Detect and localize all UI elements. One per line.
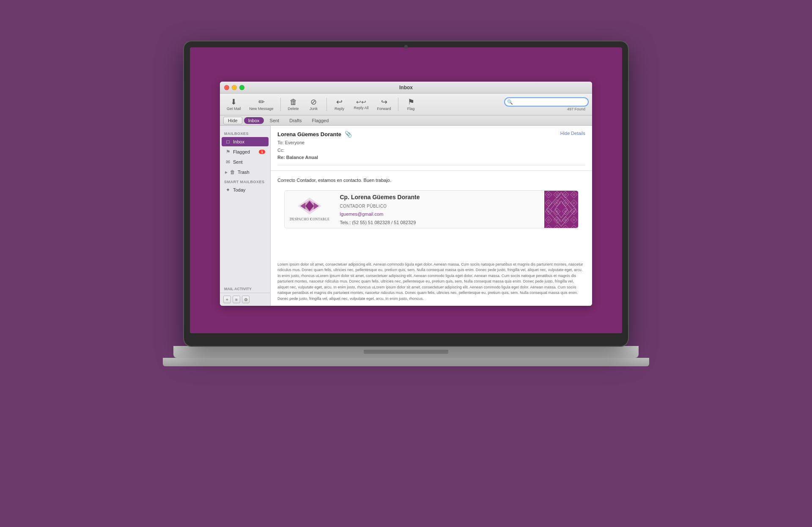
forward-icon: ↪	[381, 98, 387, 106]
sidebar-item-sent[interactable]: ✉ Sent	[222, 157, 269, 167]
minimize-button[interactable]	[232, 85, 237, 90]
sig-logo-area: Despacho Contable	[285, 193, 335, 225]
search-count: 497 Found	[567, 107, 589, 111]
laptop-shell: Inbox ⬇ Get Mail ✏ New Message 🗑	[152, 41, 660, 486]
sig-person-phone: Tels.: (52 55) 51 082328 / 51 082329	[340, 219, 539, 226]
forward-button[interactable]: ↪ Forward	[374, 96, 395, 113]
junk-label: Junk	[310, 107, 318, 111]
toolbar-sep-2	[326, 98, 327, 111]
new-message-label: New Message	[250, 107, 274, 111]
svg-rect-8	[544, 190, 578, 228]
email-to: To: Everyone	[277, 140, 304, 145]
flag-icon: ⚑	[408, 98, 414, 106]
junk-icon: ⊘	[310, 98, 317, 106]
inbox-icon: □	[225, 139, 231, 145]
sig-contact: Cp. Lorena Güemes Dorante Contador públi…	[335, 190, 544, 228]
screen-bezel: Inbox ⬇ Get Mail ✏ New Message 🗑	[184, 41, 628, 346]
sidebar-item-inbox[interactable]: □ Inbox	[222, 137, 269, 146]
sidebar: MAILBOXES □ Inbox ⚑ Flagged 1 ✉ Se	[220, 126, 271, 306]
trash-triangle-icon: ▶	[225, 170, 228, 174]
lorem-text: Lorem ipsum dolor sit amet, consectetuer…	[271, 258, 592, 306]
hide-details-button[interactable]: Hide Details	[560, 131, 585, 136]
reading-pane: Lorena Güemes Dorante 📎 Hide Details To:…	[271, 126, 592, 306]
reply-all-icon: ↩↩	[356, 99, 366, 105]
mail-window: Inbox ⬇ Get Mail ✏ New Message 🗑	[220, 82, 592, 306]
smart-mailboxes-section-label: SMART MAILBOXES	[220, 177, 270, 185]
email-from: Lorena Güemes Dorante	[277, 131, 341, 137]
sig-person-title: Contador público	[340, 203, 539, 209]
new-message-button[interactable]: ✏ New Message	[246, 96, 277, 113]
window-title: Inbox	[399, 85, 413, 91]
email-meta: To: Everyone Cc: Re: Balance Anual	[277, 139, 585, 162]
delete-button[interactable]: 🗑 Delete	[284, 96, 303, 113]
tab-sent[interactable]: Sent	[266, 117, 284, 124]
forward-label: Forward	[377, 107, 391, 111]
tab-bar: Hide Inbox Sent Drafts Flagged	[220, 115, 592, 126]
get-mail-icon: ⬇	[230, 98, 237, 106]
attachment-icon: 📎	[345, 131, 352, 137]
sent-label: Sent	[233, 159, 265, 165]
tab-hide[interactable]: Hide	[223, 117, 242, 124]
email-cc: Cc:	[277, 148, 285, 153]
email-divider	[277, 165, 585, 165]
camera	[404, 45, 408, 48]
reply-icon: ↩	[336, 98, 343, 106]
sidebar-item-flagged[interactable]: ⚑ Flagged 1	[222, 147, 269, 156]
trash-label: Trash	[238, 170, 265, 175]
tab-inbox[interactable]: Inbox	[244, 117, 264, 124]
tab-drafts[interactable]: Drafts	[285, 117, 306, 124]
laptop-base	[173, 346, 639, 358]
tab-flagged[interactable]: Flagged	[308, 117, 333, 124]
junk-button[interactable]: ⊘ Junk	[304, 96, 323, 113]
flagged-badge: 1	[259, 150, 265, 154]
reply-label: Reply	[335, 107, 344, 111]
sidebar-item-trash[interactable]: ▶ 🗑 Trash	[222, 167, 269, 177]
sig-diamond-logo	[297, 197, 322, 215]
delete-label: Delete	[288, 107, 299, 111]
maximize-button[interactable]	[239, 85, 244, 90]
today-label: Today	[233, 187, 265, 192]
mailboxes-section-label: MAILBOXES	[220, 129, 270, 137]
sig-person-email: lguemes@gmail.com	[340, 211, 539, 218]
toolbar-sep-3	[398, 98, 398, 111]
close-button[interactable]	[224, 85, 229, 90]
flagged-icon: ⚑	[225, 149, 231, 155]
reply-button[interactable]: ↩ Reply	[330, 96, 349, 113]
flag-button[interactable]: ⚑ Flag	[402, 96, 420, 113]
title-bar: Inbox	[220, 82, 592, 93]
email-header: Lorena Güemes Dorante 📎 Hide Details To:…	[271, 126, 592, 171]
reply-all-label: Reply All	[354, 106, 369, 110]
sig-pattern-svg	[544, 190, 578, 228]
laptop-bottom	[163, 358, 649, 366]
mail-activity-label: MAIL ACTIVITY	[220, 285, 270, 293]
get-mail-label: Get Mail	[227, 107, 241, 111]
flag-label: Flag	[407, 107, 415, 111]
add-mailbox-button[interactable]: +	[223, 296, 231, 303]
search-input[interactable]	[504, 97, 589, 107]
toolbar-sep-1	[280, 98, 281, 111]
new-message-icon: ✏	[258, 98, 265, 106]
laptop-screen: Inbox ⬇ Get Mail ✏ New Message 🗑	[190, 47, 622, 333]
email-subject: Re: Balance Anual	[277, 155, 318, 160]
traffic-lights	[224, 85, 244, 90]
inbox-label: Inbox	[233, 139, 265, 144]
sig-person-name: Cp. Lorena Güemes Dorante	[340, 193, 539, 202]
get-mail-button[interactable]: ⬇ Get Mail	[223, 96, 244, 113]
email-body-message: Correcto Contador, estamos en contacto. …	[277, 177, 585, 184]
today-icon: ✦	[225, 187, 231, 193]
sidebar-item-today[interactable]: ✦ Today	[222, 185, 269, 195]
signature-card: Despacho Contable Cp. Lorena Güemes Dora…	[284, 190, 579, 228]
settings-button[interactable]: ⚙	[242, 296, 250, 303]
list-button[interactable]: ≡	[233, 296, 240, 303]
sidebar-bottom-buttons: + ≡ ⚙	[220, 293, 270, 306]
email-body: Correcto Contador, estamos en contacto. …	[271, 171, 592, 258]
sig-pattern	[544, 190, 578, 228]
trash-icon: 🗑	[230, 169, 236, 175]
main-content: MAILBOXES □ Inbox ⚑ Flagged 1 ✉ Se	[220, 126, 592, 306]
toolbar: ⬇ Get Mail ✏ New Message 🗑 Delete ⊘ Ju	[220, 93, 592, 115]
reply-all-button[interactable]: ↩↩ Reply All	[351, 97, 372, 112]
sent-icon: ✉	[225, 159, 231, 165]
search-icon: 🔍	[507, 99, 513, 105]
search-area: 🔍 497 Found	[504, 97, 589, 111]
sig-company-name: Despacho Contable	[290, 217, 329, 222]
